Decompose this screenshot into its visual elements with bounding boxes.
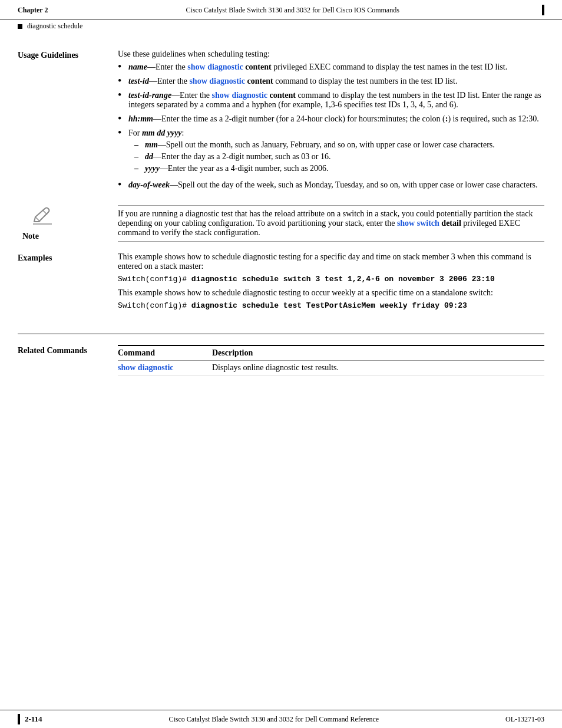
col-description: Description <box>212 345 544 361</box>
sub-bullet-list: – mm—Spell out the month, such as Januar… <box>134 140 544 173</box>
bullet-dot-1: • <box>118 61 128 72</box>
note-svg-icon <box>29 205 52 228</box>
usage-guidelines-label: Usage Guidelines <box>18 50 118 195</box>
bullet-day-of-week: • day-of-week—Spell out the day of the w… <box>118 180 544 190</box>
bullet-dot-2: • <box>118 75 128 86</box>
bullet-mmddyyyy: • For mm dd yyyy: – mm—Spell out the mon… <box>118 129 544 176</box>
sub-bullet-dd: – dd—Enter the day as a 2-digit number, … <box>134 152 544 162</box>
related-commands-body: Command Description show diagnosticDispl… <box>118 345 544 375</box>
usage-guidelines-body: Use these guidelines when scheduling tes… <box>118 50 544 195</box>
note-pencil-icon <box>29 205 52 230</box>
note-body: If you are running a diagnostic test tha… <box>118 205 544 242</box>
related-commands-table: Command Description show diagnosticDispl… <box>118 345 544 375</box>
related-commands-row: show diagnosticDisplays online diagnosti… <box>118 361 544 375</box>
breadcrumb-text: diagnostic schedule <box>27 22 82 31</box>
related-commands-label: Related Commands <box>18 345 118 375</box>
footer-left: 2-114 <box>18 714 42 724</box>
bullet-content-5: For mm dd yyyy: – mm—Spell out the month… <box>128 129 544 176</box>
note-label: Note <box>22 232 39 241</box>
usage-guidelines-section: Usage Guidelines Use these guidelines wh… <box>18 50 544 195</box>
bullet-content-4: hh:mm—Enter the time as a 2-digit number… <box>128 114 544 124</box>
bullet-dot-4: • <box>118 113 128 124</box>
header-chapter: Chapter 2 <box>18 6 48 15</box>
main-content: Usage Guidelines Use these guidelines wh… <box>0 44 562 392</box>
footer-center: Cisco Catalyst Blade Switch 3130 and 303… <box>169 715 379 724</box>
bullet-dot-6: • <box>118 179 128 190</box>
header-bar-icon <box>542 5 544 15</box>
bullet-content-1: name—Enter the show diagnostic content p… <box>128 62 544 72</box>
page-footer: 2-114 Cisco Catalyst Blade Switch 3130 a… <box>0 710 562 728</box>
section-divider <box>18 334 544 334</box>
bullet-dot-3: • <box>118 90 128 100</box>
examples-code1: Switch(config)# diagnostic schedule swit… <box>118 275 544 284</box>
bullet-test-id-range: • test-id-range—Enter the show diagnosti… <box>118 91 544 110</box>
examples-label: Examples <box>18 252 118 314</box>
note-section: Note If you are running a diagnostic tes… <box>18 205 544 242</box>
footer-ol: OL-13271-03 <box>505 715 544 724</box>
bullet-dot-5: • <box>118 127 128 138</box>
col-command: Command <box>118 345 212 361</box>
related-command-cell[interactable]: show diagnostic <box>118 361 212 375</box>
examples-intro1: This example shows how to schedule diagn… <box>118 252 544 271</box>
bullet-content-2: test-id—Enter the show diagnostic conten… <box>128 77 544 86</box>
bullet-hhmm: • hh:mm—Enter the time as a 2-digit numb… <box>118 114 544 124</box>
footer-page-num: 2-114 <box>25 714 42 724</box>
breadcrumb: diagnostic schedule <box>0 19 562 33</box>
note-left: Note <box>18 205 118 242</box>
examples-body: This example shows how to schedule diagn… <box>118 252 544 314</box>
bullet-test-id: • test-id—Enter the show diagnostic cont… <box>118 77 544 86</box>
sub-bullet-yyyy: – yyyy—Enter the year as a 4-digit numbe… <box>134 164 544 173</box>
breadcrumb-icon <box>18 24 22 29</box>
usage-guidelines-intro: Use these guidelines when scheduling tes… <box>118 50 544 59</box>
bullet-name: • name—Enter the show diagnostic content… <box>118 62 544 72</box>
bullet-content-6: day-of-week—Spell out the day of the wee… <box>128 180 544 190</box>
related-commands-section: Related Commands Command Description sho… <box>18 345 544 375</box>
usage-guidelines-list: • name—Enter the show diagnostic content… <box>118 62 544 190</box>
examples-section: Examples This example shows how to sched… <box>18 252 544 314</box>
examples-intro2: This example shows how to schedule diagn… <box>118 288 544 298</box>
related-commands-header-row: Command Description <box>118 345 544 361</box>
page-header: Chapter 2 Cisco Catalyst Blade Switch 31… <box>0 0 562 19</box>
related-description-cell: Displays online diagnostic test results. <box>212 361 544 375</box>
footer-bar-icon <box>18 714 20 724</box>
examples-code2: Switch(config)# diagnostic schedule test… <box>118 301 544 310</box>
bullet-content-3: test-id-range—Enter the show diagnostic … <box>128 91 544 110</box>
sub-bullet-mm: – mm—Spell out the month, such as Januar… <box>134 140 544 150</box>
header-title: Cisco Catalyst Blade Switch 3130 and 303… <box>186 6 399 15</box>
